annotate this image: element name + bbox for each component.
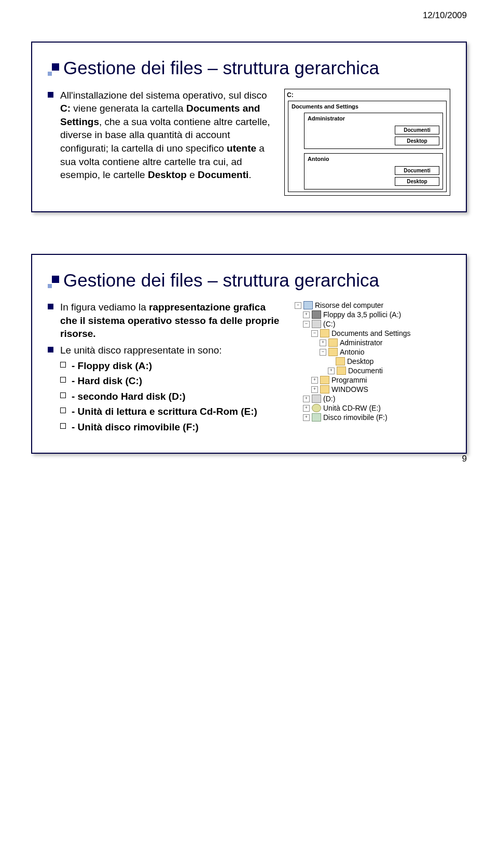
slide-1-bullet: All'installazione del sistema operativo,… xyxy=(48,89,274,182)
slide-1: Gestione dei files – struttura gerarchic… xyxy=(31,42,467,212)
diagram-c-drive: C: Documents and Settings Administrator … xyxy=(284,89,450,196)
collapse-icon[interactable]: − xyxy=(320,349,326,356)
explorer-tree: −Risorse del computer +Floppy da 3,5 pol… xyxy=(295,301,450,422)
tree-documenti[interactable]: +Documenti xyxy=(295,366,450,375)
floppy-icon xyxy=(312,310,321,319)
folder-icon xyxy=(320,385,329,394)
folder-icon xyxy=(320,329,329,337)
tree-docs[interactable]: −Documents and Settings xyxy=(295,329,450,338)
folder-icon xyxy=(328,338,338,347)
sub-hdd-d: - secondo Hard disk (D:) xyxy=(60,390,284,403)
sub-hdd-c: - Hard disk (C:) xyxy=(60,374,284,388)
tree-root[interactable]: −Risorse del computer xyxy=(295,301,450,310)
expand-icon[interactable]: + xyxy=(303,396,310,402)
computer-icon xyxy=(303,301,313,309)
tree-programmi[interactable]: +Programmi xyxy=(295,375,450,385)
tree-d[interactable]: +(D:) xyxy=(295,394,450,403)
collapse-icon[interactable]: − xyxy=(311,330,318,337)
sub-removable: - Unità disco rimovibile (F:) xyxy=(60,421,284,434)
tree-floppy[interactable]: +Floppy da 3,5 pollici (A:) xyxy=(295,310,450,319)
folder-icon xyxy=(328,348,338,356)
collapse-icon[interactable]: − xyxy=(303,321,310,328)
expand-icon[interactable]: + xyxy=(311,377,318,384)
tree-antonio[interactable]: −Antonio xyxy=(295,347,450,357)
drive-icon xyxy=(312,320,321,328)
sub-cd: - Unità di lettura e scrittura Cd-Rom (E… xyxy=(60,405,284,418)
tree-cd[interactable]: +Unità CD-RW (E:) xyxy=(295,403,450,413)
diagram-antonio: Antonio xyxy=(308,156,439,162)
title-marker-icon xyxy=(48,276,59,288)
cd-icon xyxy=(312,404,321,412)
slide-2: Gestione dei files – struttura gerarchic… xyxy=(31,254,467,454)
title-marker-icon xyxy=(48,63,59,76)
tree-usb[interactable]: +Disco rimovibile (F:) xyxy=(295,413,450,422)
slide-1-title: Gestione dei files – struttura gerarchic… xyxy=(63,58,379,78)
expand-icon[interactable]: + xyxy=(303,405,310,412)
diagram-admin-desktop: Desktop xyxy=(395,137,439,145)
expand-icon[interactable]: + xyxy=(303,311,310,318)
diagram-root: C: xyxy=(287,91,448,99)
expand-icon[interactable]: + xyxy=(311,386,318,393)
tree-admin[interactable]: +Administrator xyxy=(295,338,450,347)
folder-icon xyxy=(320,376,329,384)
folder-icon xyxy=(336,357,345,365)
removable-disk-icon xyxy=(312,413,321,422)
folder-icon xyxy=(337,367,346,375)
page-number: 9 xyxy=(462,454,467,464)
tree-windows[interactable]: +WINDOWS xyxy=(295,385,450,394)
expand-icon[interactable]: + xyxy=(328,368,335,374)
sub-floppy: - Floppy disk (A:) xyxy=(60,359,284,373)
diagram-antonio-documenti: Documenti xyxy=(395,166,439,175)
slide-2-title: Gestione dei files – struttura gerarchic… xyxy=(63,270,379,291)
diagram-admin-documenti: Documenti xyxy=(395,126,439,134)
diagram-docs: Documents and Settings xyxy=(292,103,443,110)
expand-icon[interactable]: + xyxy=(320,340,326,346)
diagram-admin: Administrator xyxy=(308,115,439,121)
diagram-antonio-desktop: Desktop xyxy=(395,177,439,186)
expand-icon[interactable]: + xyxy=(303,414,310,421)
slide-2-bullet-2: Le unità disco rappresentate in sono: - … xyxy=(48,344,284,434)
tree-c[interactable]: −(C:) xyxy=(295,319,450,329)
drive-icon xyxy=(312,395,321,403)
page-date: 12/10/2009 xyxy=(423,10,467,21)
slide-2-bullet-1: In figura vediamo la rappresentazione gr… xyxy=(48,301,284,341)
tree-desktop[interactable]: Desktop xyxy=(295,357,450,366)
collapse-icon[interactable]: − xyxy=(295,302,301,309)
